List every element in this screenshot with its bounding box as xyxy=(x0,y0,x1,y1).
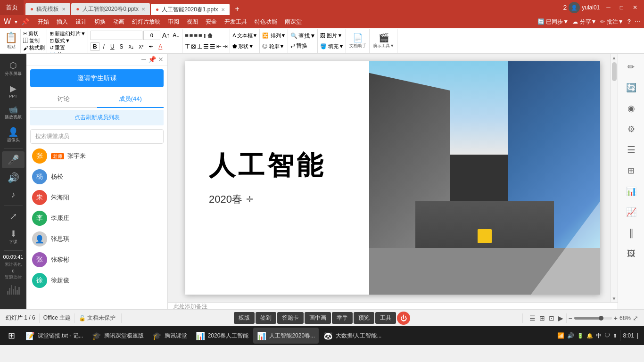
speaker-btn[interactable]: 🔊 xyxy=(6,169,21,186)
ribbon-tab-start[interactable]: 开始 xyxy=(35,17,52,27)
font-name-input[interactable] xyxy=(91,31,142,40)
format-painter-btn[interactable]: 🖌 格式刷 xyxy=(23,44,45,51)
protection-status[interactable]: 🔓 文档未保护 xyxy=(79,314,116,322)
ribbon-tab-developer[interactable]: 开发工具 xyxy=(222,17,250,27)
picpic-btn[interactable]: 画中画 xyxy=(305,312,331,324)
shapes-btn[interactable]: ⬟形状▼ xyxy=(232,43,257,50)
ribbon-tab-view[interactable]: 视图 xyxy=(184,17,201,27)
scroll-down-btn[interactable]: ▼ xyxy=(611,295,617,302)
bold-btn[interactable]: B xyxy=(91,42,99,51)
music-btn[interactable]: ♪ xyxy=(9,187,17,203)
sync-btn[interactable]: 🔄 查找已同步▼ xyxy=(537,18,569,26)
tab-pptx0[interactable]: ● 人工智能2020春0.pptx ✕ xyxy=(71,3,150,15)
fill-btn[interactable]: 🪣 填充▼ xyxy=(320,43,344,50)
font-size-input[interactable] xyxy=(143,31,160,40)
find-btn[interactable]: 🔍 查找▼ xyxy=(290,32,315,40)
clock[interactable]: 8:01 xyxy=(623,332,634,339)
layout-btn[interactable]: ⊡ 版式▼ xyxy=(50,37,86,44)
invite-btn[interactable]: 邀请学生听课 xyxy=(30,69,164,87)
refresh-members-btn[interactable]: 点击刷新成员列表 xyxy=(30,110,164,125)
rp-menu-btn[interactable]: ☰ xyxy=(622,140,641,159)
image-btn[interactable]: 🖼 图片▼ xyxy=(320,32,344,39)
fit-btn[interactable]: ⤢ xyxy=(633,314,638,322)
paste-btn[interactable]: 📋 粘贴 xyxy=(2,29,21,53)
rp-chart-btn[interactable]: 📊 xyxy=(622,182,641,201)
num-list-btn[interactable]: ☰ xyxy=(210,43,215,50)
start-btn[interactable]: ⊞ xyxy=(2,328,21,344)
show-desktop-btn[interactable]: | xyxy=(637,332,638,339)
ribbon-tab-security[interactable]: 安全 xyxy=(203,17,220,27)
tab-pptx1[interactable]: ● 人工智能2020春1.pptx ✕ xyxy=(151,3,230,15)
strikethrough-btn[interactable]: S xyxy=(118,43,125,50)
valign-top-btn[interactable]: ⊤ xyxy=(185,43,190,50)
indent-inc-btn[interactable]: ⇥ xyxy=(223,43,228,50)
taskbar-ppt0[interactable]: 📊 2020春人工智能 xyxy=(192,328,253,344)
view-normal-btn[interactable]: ☰ xyxy=(528,313,537,323)
rp-record-btn[interactable]: ◉ xyxy=(622,99,641,118)
font-decrease-btn[interactable]: A↓ xyxy=(172,32,180,39)
rp-table-btn[interactable]: ⊞ xyxy=(622,161,641,180)
qa-dropdown[interactable]: ▼ xyxy=(14,19,18,25)
daticard-btn[interactable]: 答题卡 xyxy=(277,312,304,324)
new-tab-button[interactable]: + xyxy=(231,3,244,15)
tab-template-close[interactable]: ✕ xyxy=(62,7,66,12)
taskbar-tencent2[interactable]: 🎓 腾讯课堂 xyxy=(149,328,191,344)
win-close-btn[interactable]: ✕ xyxy=(630,3,640,12)
help-btn[interactable]: ? xyxy=(627,18,631,25)
slide-notes[interactable]: 此处添加备注 xyxy=(168,302,618,309)
italic-btn[interactable]: I xyxy=(101,42,107,51)
panel-minimize-btn[interactable]: ─ xyxy=(141,56,146,63)
members-tab[interactable]: 成员(44) xyxy=(97,91,164,108)
ribbon-tab-transition[interactable]: 切换 xyxy=(91,17,108,27)
end-class-btn[interactable]: ⬇ 下课 xyxy=(7,226,19,248)
jushou-btn[interactable]: 举手 xyxy=(332,312,353,324)
ribbon-tab-animation[interactable]: 动画 xyxy=(110,17,127,27)
qa-pin[interactable]: 📌 xyxy=(21,18,29,25)
mic-btn[interactable]: 🎤 xyxy=(2,151,25,168)
taskbar-tencent1[interactable]: 🎓 腾讯课堂极速版 xyxy=(88,328,148,344)
taskbar-ppt1[interactable]: 📊 人工智能2020春... xyxy=(253,328,319,344)
slide[interactable]: 人工智能 2020春 ✛ xyxy=(185,61,600,295)
scroll-up-btn[interactable]: ▲ xyxy=(611,54,617,61)
network-icon[interactable]: 📶 xyxy=(557,332,564,339)
discuss-tab[interactable]: 讨论 xyxy=(30,91,97,107)
more-btn[interactable]: ⋯ xyxy=(635,18,640,25)
zoom-out-btn[interactable]: − xyxy=(569,314,572,322)
home-tab[interactable]: 稿壳模板 首页 xyxy=(0,0,24,15)
zoom-slider[interactable] xyxy=(574,317,612,320)
new-slide-btn[interactable]: ⊞ 新建幻灯片▼ xyxy=(50,30,86,37)
banban-btn[interactable]: 板版 xyxy=(234,312,255,324)
view-slide-btn[interactable]: ⊞ xyxy=(538,313,546,323)
ribbon-tab-ykt[interactable]: 雨课堂 xyxy=(282,17,305,27)
font-increase-btn[interactable]: A↑ xyxy=(161,32,171,39)
subscript-btn[interactable]: X₂ xyxy=(127,44,136,50)
scroll-thumb[interactable] xyxy=(612,62,617,81)
zoom-thumb[interactable] xyxy=(599,316,603,321)
indent-dec-btn[interactable]: ⇤ xyxy=(216,43,222,50)
battery-area[interactable]: 🔋 xyxy=(577,333,584,339)
zoom-in-btn[interactable]: + xyxy=(614,314,618,322)
text-effect-btn[interactable]: ✒ xyxy=(147,43,155,50)
cut-btn[interactable]: ✂ 剪切 xyxy=(23,30,45,37)
ribbon-tab-slideshow[interactable]: 幻灯片放映 xyxy=(129,17,163,27)
tab-template[interactable]: ● 稿壳模板 ✕ xyxy=(25,3,70,15)
ribbon-tab-insert[interactable]: 插入 xyxy=(54,17,71,27)
power-btn[interactable]: ⏻ xyxy=(397,312,410,325)
win-minimize-btn[interactable]: ─ xyxy=(603,3,613,12)
ime-icon[interactable]: 中 xyxy=(596,332,602,340)
text-dir-btn[interactable]: ⟰ xyxy=(207,32,213,39)
share-btn[interactable]: ☁ 分享▼ xyxy=(572,18,596,26)
outline-btn[interactable]: ◎ 轮廓▼ xyxy=(262,43,286,50)
qiandao-btn[interactable]: 签到 xyxy=(256,312,276,324)
copy-btn[interactable]: ⿰ 复制 xyxy=(23,37,45,44)
share-screen-btn[interactable]: ⬡ 分享屏幕 xyxy=(3,58,24,80)
taskbar-notepad[interactable]: 📝 课堂链接.txt - 记... xyxy=(22,328,87,344)
vertical-scrollbar[interactable]: ▲ ▼ xyxy=(610,54,618,302)
antivirus-area[interactable]: 🛡 xyxy=(604,332,610,339)
camera-btn[interactable]: 👤 摄像头 xyxy=(5,124,22,146)
font-color-btn[interactable]: A xyxy=(157,43,164,50)
ribbon-tab-design[interactable]: 设计 xyxy=(73,17,90,27)
slide-canvas[interactable]: ▲ ▼ 人工智能 2020春 ✛ xyxy=(168,54,618,302)
doc-assistant-btn[interactable]: 📄 文档助手 xyxy=(347,29,370,53)
ppt-btn[interactable]: ▶ PPT xyxy=(7,81,19,101)
